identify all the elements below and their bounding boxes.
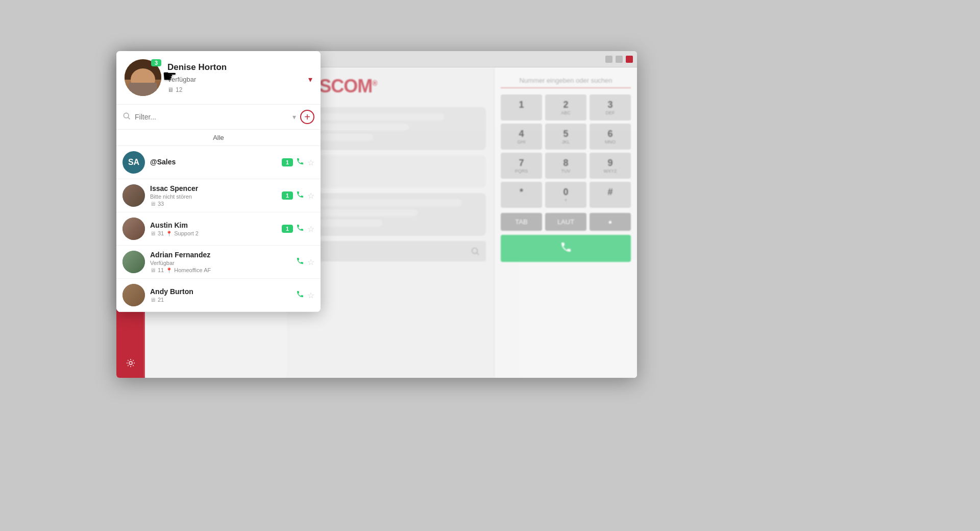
dialpad-mute-button[interactable]: ● xyxy=(590,213,631,231)
dial-key-7[interactable]: 7PQRS xyxy=(501,153,542,179)
dialpad-tab-button[interactable]: TAB xyxy=(501,213,542,231)
close-button[interactable] xyxy=(626,56,633,63)
minimize-button[interactable] xyxy=(605,56,612,63)
contact-avatar-sales: SA xyxy=(122,151,145,174)
ext-icon-andy: 🖥 xyxy=(150,297,156,303)
dial-key-1[interactable]: 1 xyxy=(501,94,542,120)
pascom-logo: PASCOM® xyxy=(296,76,486,97)
dial-key-hash[interactable]: # xyxy=(590,182,631,208)
contact-status-adrian: Verfügbar xyxy=(150,260,291,266)
contact-item-issac[interactable]: Issac Spencer Bitte nicht stören 🖥 33 1 … xyxy=(116,179,321,212)
star-button-adrian[interactable]: ☆ xyxy=(307,257,314,267)
user-avatar-wrapper: 3 xyxy=(125,59,161,96)
contact-actions-andy: ☆ xyxy=(296,290,314,300)
call-button-adrian[interactable] xyxy=(296,257,304,267)
ext-icon-adrian: 🖥 xyxy=(150,267,156,273)
contact-list: SA @Sales 1 ☆ Issac Spencer Bitte nicht … xyxy=(116,146,321,312)
settings-button[interactable] xyxy=(616,56,623,63)
svg-point-11 xyxy=(124,113,129,118)
dialpad-loud-button[interactable]: LAUT xyxy=(545,213,586,231)
status-text: Verfügbar xyxy=(167,76,306,83)
star-button-issac[interactable]: ☆ xyxy=(307,191,314,201)
dialpad-action-row: TAB LAUT ● xyxy=(501,213,631,231)
user-badge: 3 xyxy=(151,59,161,66)
contact-details-sales: @Sales xyxy=(150,158,277,167)
star-button-sales[interactable]: ☆ xyxy=(307,158,314,167)
popup-user-header: 3 ☛ Denise Horton Verfügbar ▾ 🖥 12 xyxy=(116,51,321,105)
extension-number: 12 xyxy=(176,86,182,93)
unread-badge-sales: 1 xyxy=(282,158,293,166)
alle-tab[interactable]: Alle xyxy=(116,130,321,146)
svg-point-9 xyxy=(472,248,478,254)
contact-meta-andy: 🖥 21 xyxy=(150,297,291,303)
call-button-issac[interactable] xyxy=(296,190,304,201)
dialpad-area: Nummer eingeben oder suchen 1 2ABC 3DEF … xyxy=(494,67,637,378)
contact-name-andy: Andy Burton xyxy=(150,287,291,296)
user-info: Denise Horton Verfügbar ▾ 🖥 12 xyxy=(167,62,312,93)
contact-avatar-adrian xyxy=(122,251,145,273)
dial-key-8[interactable]: 8TUV xyxy=(545,153,586,179)
contact-actions-austin: 1 ☆ xyxy=(282,224,314,234)
search-icon xyxy=(122,112,131,122)
dial-key-4[interactable]: 4GHI xyxy=(501,124,542,150)
dial-key-star[interactable]: * xyxy=(501,182,542,208)
contact-name-issac: Issac Spencer xyxy=(150,184,277,192)
contact-meta-adrian: 🖥 11 📍 Homeoffice AF xyxy=(150,267,291,273)
svg-line-10 xyxy=(477,253,479,255)
unread-badge-austin: 1 xyxy=(282,225,293,233)
svg-point-8 xyxy=(129,361,132,365)
sidebar-icon-settings[interactable] xyxy=(121,353,140,373)
contact-actions-issac: 1 ☆ xyxy=(282,190,314,201)
contact-avatar-andy xyxy=(122,284,145,306)
call-button-andy[interactable] xyxy=(296,290,304,300)
dial-key-9[interactable]: 9WXYZ xyxy=(590,153,631,179)
dialpad-number-input[interactable]: Nummer eingeben oder suchen xyxy=(501,74,631,88)
svg-line-12 xyxy=(128,117,130,119)
main-content: PASCOM® xyxy=(288,67,637,378)
location-icon-adrian: 📍 xyxy=(166,268,172,273)
search-input[interactable] xyxy=(135,113,288,121)
dial-key-5[interactable]: 5JKL xyxy=(545,124,586,150)
contact-details-issac: Issac Spencer Bitte nicht stören 🖥 33 xyxy=(150,184,277,207)
ext-number-austin: 31 xyxy=(158,230,164,236)
star-button-austin[interactable]: ☆ xyxy=(307,224,314,234)
star-button-andy[interactable]: ☆ xyxy=(307,291,314,300)
status-dropdown-button[interactable]: ▾ xyxy=(308,75,312,84)
call-button-austin[interactable] xyxy=(296,224,304,234)
dialpad-call-button[interactable] xyxy=(501,235,631,262)
dial-key-2[interactable]: 2ABC xyxy=(545,94,586,120)
contact-item-andy[interactable]: Andy Burton 🖥 21 ☆ xyxy=(116,279,321,312)
dial-key-6[interactable]: 6MNO xyxy=(590,124,631,150)
add-contact-button[interactable]: + xyxy=(300,110,314,124)
contact-details-adrian: Adrian Fernandez Verfügbar 🖥 11 📍 Homeof… xyxy=(150,251,291,273)
contact-status-issac: Bitte nicht stören xyxy=(150,194,277,200)
contact-item-sales[interactable]: SA @Sales 1 ☆ xyxy=(116,146,321,179)
ext-icon-issac: 🖥 xyxy=(150,201,156,207)
contact-actions-sales: 1 ☆ xyxy=(282,157,314,167)
contact-actions-adrian: ☆ xyxy=(296,257,314,267)
contact-item-adrian[interactable]: Adrian Fernandez Verfügbar 🖥 11 📍 Homeof… xyxy=(116,246,321,279)
contact-popup: 3 ☛ Denise Horton Verfügbar ▾ 🖥 12 ▾ + A… xyxy=(116,51,321,312)
ext-icon-austin: 🖥 xyxy=(150,230,156,236)
contact-name-austin: Austin Kim xyxy=(150,221,277,229)
extension-row: 🖥 12 xyxy=(167,86,312,93)
hand-cursor-icon: ☛ xyxy=(162,66,177,86)
contact-meta-austin: 🖥 31 📍 Support 2 xyxy=(150,230,277,236)
call-button-sales[interactable] xyxy=(296,157,304,167)
contact-avatar-austin xyxy=(122,218,145,240)
ext-number-andy: 21 xyxy=(158,297,164,303)
contact-name-adrian: Adrian Fernandez xyxy=(150,251,291,259)
contact-item-austin[interactable]: Austin Kim 🖥 31 📍 Support 2 1 ☆ xyxy=(116,212,321,246)
unread-badge-issac: 1 xyxy=(282,191,293,200)
dial-key-3[interactable]: 3DEF xyxy=(590,94,631,120)
location-austin: Support 2 xyxy=(174,230,199,236)
search-bar: ▾ + xyxy=(116,105,321,130)
status-row: Verfügbar ▾ xyxy=(167,75,312,84)
dialpad-grid: 1 2ABC 3DEF 4GHI 5JKL 6MNO 7PQRS 8TUV 9W… xyxy=(501,94,631,208)
location-icon-austin: 📍 xyxy=(166,231,172,236)
contact-name-sales: @Sales xyxy=(150,158,277,166)
dial-key-0[interactable]: 0+ xyxy=(545,182,586,208)
extension-icon: 🖥 xyxy=(167,86,174,93)
ext-number-adrian: 11 xyxy=(158,267,164,273)
filter-dropdown-button[interactable]: ▾ xyxy=(292,113,296,121)
